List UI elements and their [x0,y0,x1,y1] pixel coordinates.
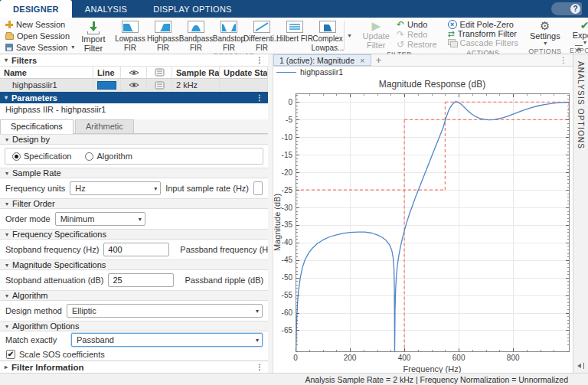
magnitude-figure-tab[interactable]: 1 (active): Magnitude × [273,54,371,66]
bandstop-fir-button[interactable]: Bandstop FIR [212,18,245,52]
hilbert-icon [286,21,303,33]
save-dropdown-icon[interactable]: ▾ [71,44,74,51]
legend-tag-icon [155,81,165,90]
stopband-attenuation-field[interactable] [108,273,174,287]
lowpass-fir-button[interactable]: Lowpass FIR [113,18,146,52]
cascade-filters-button[interactable]: Cascade Filters [445,38,521,47]
line-color-swatch[interactable] [97,81,116,90]
chevron-down-icon: ▾ [256,308,259,315]
scale-sos-checkbox[interactable]: ✔ [6,350,15,359]
svg-text:400: 400 [398,354,411,362]
open-session-button[interactable]: Open Session [2,31,77,41]
design-method-select[interactable]: Elliptic ▾ [67,304,263,318]
visibility-column-header [121,66,147,79]
legend-column-header [147,66,172,79]
analysis-options-collapsed-panel[interactable]: ANALYSIS OPTIONS [573,54,588,373]
highpass-fir-button[interactable]: Highpass FIR [146,18,179,52]
parameters-tabs: Specifications Arithmetic [0,119,268,134]
import-filter-icon [87,21,100,34]
complex-lowpass-fir-button[interactable]: Complex Lowpas... [311,18,344,52]
response-group: Lowpass FIR Highpass FIR Bandpass FIR Ba… [111,18,356,54]
visibility-toggle[interactable] [121,79,147,92]
bandpass-fir-button[interactable]: Bandpass FIR [179,18,212,52]
svg-text:-10: -10 [282,133,293,142]
stopband-attenuation-label: Stopband attenuation (dB) [5,276,103,285]
update-filter-button[interactable]: ▶ Update Filter [358,18,393,51]
radio-specification[interactable]: Specification [12,152,71,161]
frequency-specifications-header[interactable]: ▾ Frequency Specifications [0,229,268,240]
import-filter-button[interactable]: Import Filter [77,18,109,54]
algorithm-header[interactable]: ▾ Algorithm [0,290,268,301]
filter-row-highpassiir1[interactable]: highpassiir1 2 kHz [0,79,268,92]
transform-filter-icon: ⇄ [448,30,455,38]
settings-button[interactable]: ⚙ Settings ▾ [526,18,564,47]
algorithm-options-header[interactable]: ▾ Algorithm Options [0,321,268,331]
filter-information-menu-icon[interactable]: ⋮ [256,363,263,371]
svg-text:-30: -30 [282,204,293,212]
new-session-button[interactable]: New Session [2,20,77,29]
parameters-section-header[interactable]: ▾ Parameters ⋮ [0,92,268,103]
new-session-icon [5,21,13,28]
parameters-menu-icon[interactable]: ⋮ [256,93,263,102]
spec-mask [296,102,569,351]
frequency-units-select[interactable]: Hz ▾ [70,181,161,195]
collapse-ribbon-button[interactable] [575,45,583,51]
svg-text:-15: -15 [282,151,293,159]
new-figure-tab-button[interactable]: + [371,54,387,66]
tab-display-options[interactable]: DISPLAY OPTIONS [140,0,245,18]
export-button[interactable]: ✔ Export ▾ [569,18,588,47]
frequency-units-label: Frequency units [5,184,65,193]
order-mode-select[interactable]: Minimum ▾ [55,212,145,226]
restore-icon: ↺ [397,40,404,49]
tab-designer[interactable]: DESIGNER [0,0,72,18]
figure-menu-icon[interactable]: ⋮ [560,54,573,66]
differentiator-fir-button[interactable]: Differenti... FIR [245,18,278,52]
status-text: Analysis Sample Rate = 2 kHz | Frequency… [305,375,568,384]
legend-toggle[interactable] [147,79,172,92]
filter-update-status [220,79,268,92]
undo-button[interactable]: ↶ Undo [394,20,440,29]
svg-text:-45: -45 [282,256,293,264]
filter-order-header[interactable]: ▾ Filter Order [0,198,268,209]
analysis-options-label: ANALYSIS OPTIONS [577,61,585,149]
radio-algorithm[interactable]: Algorithm [85,152,132,161]
restore-button[interactable]: ↺ Restore [394,40,440,49]
svg-text:-55: -55 [282,291,293,299]
expand-panel-icon[interactable] [577,363,584,369]
transform-filter-button[interactable]: ⇄ Transform Filter [445,29,521,38]
x-axis-label: Frequency (Hz) [403,364,462,373]
highpass-icon [155,21,172,33]
collapse-arrow-icon: ▾ [5,292,8,299]
figure-tab-bar: 1 (active): Magnitude × + ⋮ [273,54,573,67]
tab-specifications[interactable]: Specifications [0,119,74,134]
filters-section-header[interactable]: ▾ Filters ⋮ [0,54,268,66]
update-filter-icon: ▶ [371,20,381,31]
stopband-frequency-field[interactable] [103,243,169,256]
hilbert-fir-button[interactable]: Hilbert FIR [278,18,311,52]
collapse-arrow-icon: ▾ [5,201,8,207]
help-button[interactable]: ? [551,2,582,15]
plot-grid [296,93,569,351]
input-sample-rate-field[interactable] [253,181,263,195]
design-by-header[interactable]: ▾ Design by [0,134,268,145]
save-session-button[interactable]: Save Session ▾ [2,43,77,52]
tab-arithmetic[interactable]: Arithmetic [75,119,134,133]
tab-analysis[interactable]: ANALYSIS [72,0,140,18]
svg-text:-25: -25 [282,186,293,194]
edit-pole-zero-button[interactable]: × Edit Pole-Zero [445,20,521,29]
filter-information-header[interactable]: ▸ Filter Information ⋮ [0,361,268,373]
redo-button[interactable]: ↷ Redo [394,30,440,39]
plot-frame [296,94,570,352]
svg-text:-40: -40 [282,238,293,246]
response-gallery-expand-button[interactable]: ▾ [344,21,354,50]
svg-text:-50: -50 [282,273,293,282]
match-exactly-select[interactable]: Passband ▾ [71,333,263,347]
magnitude-specifications-header[interactable]: ▾ Magnitude Specifications [0,259,268,270]
chevron-down-icon: ▾ [256,337,259,344]
close-tab-icon[interactable]: × [360,56,364,65]
sample-rate-header[interactable]: ▾ Sample Rate [0,168,268,178]
parameters-subtitle: Highpass IIR - highpassiir1 [0,103,268,116]
scale-sos-label: Scale SOS coefficients [19,350,105,359]
filters-menu-icon[interactable]: ⋮ [256,56,263,64]
expand-arrow-icon: ▸ [5,364,8,370]
